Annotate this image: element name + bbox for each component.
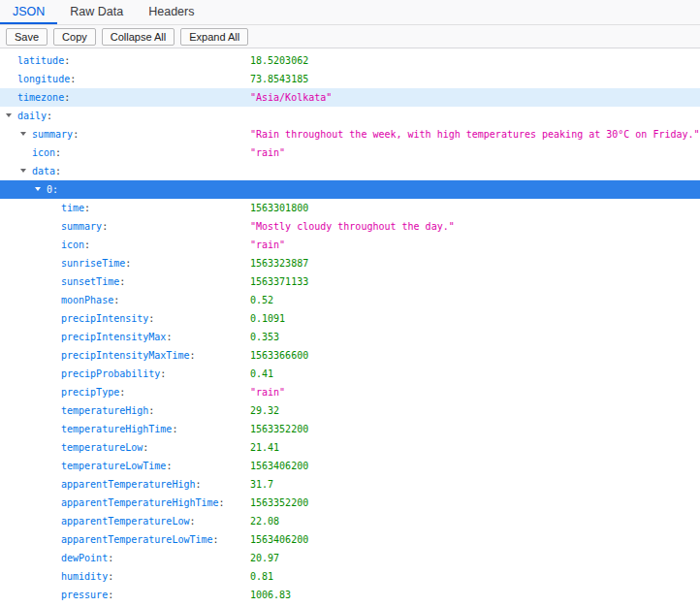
key-part: longitude: (0, 70, 250, 88)
key-part: temperatureHigh: (0, 401, 250, 420)
tree-row-temperaturelowtime[interactable]: temperatureLowTime:1563406200 (0, 457, 700, 475)
property-value: "Rain throughout the week, with high tem… (250, 125, 700, 144)
tree-row-precipintensitymaxtime[interactable]: precipIntensityMaxTime:1563366600 (0, 346, 700, 365)
property-value: "rain" (250, 144, 285, 162)
property-value: 0.1091 (250, 309, 285, 328)
property-name: precipIntensity (61, 313, 148, 324)
tree-row-temperaturelow[interactable]: temperatureLow:21.41 (0, 438, 700, 457)
tree-row-sunrisetime[interactable]: sunriseTime:1563323887 (0, 254, 700, 272)
tree-row-precipprobability[interactable]: precipProbability:0.41 (0, 365, 700, 383)
tree-row-icon[interactable]: icon:"rain" (0, 144, 700, 162)
tree-row-timezone[interactable]: timezone:"Asia/Kolkata" (0, 88, 700, 107)
property-value: 1563352200 (250, 420, 308, 438)
copy-button[interactable]: Copy (53, 28, 96, 46)
tree-row-latitude[interactable]: latitude:18.5203062 (0, 51, 700, 70)
property-name: apparentTemperatureHighTime (61, 497, 219, 508)
colon: : (113, 295, 119, 305)
tree-row-apparenttemperaturehigh[interactable]: apparentTemperatureHigh:31.7 (0, 475, 700, 494)
colon: : (119, 387, 125, 398)
tree-row-apparenttemperaturelowtime[interactable]: apparentTemperatureLowTime:1563406200 (0, 530, 700, 549)
tree-row-moonphase[interactable]: moonPhase:0.52 (0, 291, 700, 309)
key-part: apparentTemperatureHigh: (0, 475, 250, 494)
tree-row-temperaturehigh[interactable]: temperatureHigh:29.32 (0, 401, 700, 420)
property-name: timezone (17, 92, 64, 103)
tree-row-apparenttemperaturehightime[interactable]: apparentTemperatureHighTime:1563352200 (0, 494, 700, 512)
property-value: 0.41 (250, 365, 273, 383)
property-name: latitude (17, 55, 64, 66)
tree-row-longitude[interactable]: longitude:73.8543185 (0, 70, 700, 88)
property-value: 1563366600 (250, 346, 308, 365)
colon: : (55, 166, 61, 176)
colon: : (70, 74, 76, 84)
tree-row-precipintensitymax[interactable]: precipIntensityMax:0.353 (0, 328, 700, 346)
property-name: summary (61, 221, 102, 232)
twisty-expanded-icon[interactable] (20, 162, 32, 180)
twisty-expanded-icon[interactable] (6, 107, 17, 125)
property-value: 0.353 (250, 328, 279, 346)
tree-row-precipintensity[interactable]: precipIntensity:0.1091 (0, 309, 700, 328)
property-value: 21.41 (250, 438, 279, 457)
property-name: data (32, 166, 55, 176)
property-name: precipIntensityMaxTime (61, 350, 189, 361)
property-name: precipProbability (61, 368, 160, 379)
property-name: temperatureHigh (61, 405, 148, 416)
key-part: temperatureHighTime: (0, 420, 250, 438)
tree-row-icon[interactable]: icon:"rain" (0, 236, 700, 254)
key-part: precipType: (0, 383, 250, 401)
save-button[interactable]: Save (6, 28, 48, 46)
tree-row-humidity[interactable]: humidity:0.81 (0, 567, 700, 586)
tree-row-daily[interactable]: daily: (0, 107, 700, 125)
colon: : (143, 442, 148, 453)
tree-row-summary[interactable]: summary:"Mostly cloudy throughout the da… (0, 217, 700, 236)
property-name: precipIntensityMax (61, 332, 166, 342)
tree-row-data[interactable]: data: (0, 162, 700, 180)
tree-row-time[interactable]: time:1563301800 (0, 199, 700, 217)
tree-row-dewpoint[interactable]: dewPoint:20.97 (0, 549, 700, 567)
key-part: apparentTemperatureLow: (0, 512, 250, 530)
key-part: humidity: (0, 567, 250, 586)
expand-all-button[interactable]: Expand All (180, 28, 248, 46)
key-part: apparentTemperatureLowTime: (0, 530, 250, 549)
colon: : (108, 571, 113, 582)
property-value: 1563323887 (250, 254, 308, 272)
key-part: latitude: (0, 51, 250, 70)
tree-row-sunsettime[interactable]: sunsetTime:1563371133 (0, 272, 700, 291)
key-part: precipIntensity: (0, 309, 250, 328)
colon: : (125, 258, 131, 269)
key-part: dewPoint: (0, 549, 250, 567)
colon: : (172, 424, 177, 434)
colon: : (189, 350, 195, 361)
property-name: precipType (61, 387, 119, 398)
key-part: temperatureLowTime: (0, 457, 250, 475)
colon: : (195, 479, 201, 490)
json-viewer: JSONRaw DataHeaders SaveCopyCollapse All… (0, 0, 700, 607)
tree-row-0[interactable]: 0: (0, 180, 700, 199)
tree-row-summary[interactable]: summary:"Rain throughout the week, with … (0, 125, 700, 144)
tree-row-apparenttemperaturelow[interactable]: apparentTemperatureLow:22.08 (0, 512, 700, 530)
tab-raw-data[interactable]: Raw Data (57, 0, 136, 24)
property-name: icon (61, 240, 84, 250)
tab-json[interactable]: JSON (0, 0, 57, 24)
colon: : (213, 534, 219, 545)
tree-row-pressure[interactable]: pressure:1006.83 (0, 586, 700, 604)
property-name: daily (17, 111, 47, 121)
tree-row-preciptype[interactable]: precipType:"rain" (0, 383, 700, 401)
key-part: precipIntensityMax: (0, 328, 250, 346)
property-name: pressure (61, 590, 108, 600)
twisty-expanded-icon[interactable] (35, 180, 47, 199)
tree-row-temperaturehightime[interactable]: temperatureHighTime:1563352200 (0, 420, 700, 438)
property-value: 1563352200 (250, 494, 308, 512)
twisty-expanded-icon[interactable] (20, 125, 32, 144)
colon: : (64, 55, 70, 66)
property-name: icon (32, 147, 55, 158)
colon: : (84, 240, 90, 250)
property-name: dewPoint (61, 553, 108, 563)
property-value: 1563371133 (250, 272, 308, 291)
colon: : (189, 516, 195, 527)
key-part: moonPhase: (0, 291, 250, 309)
key-part: summary: (0, 217, 250, 236)
property-name: temperatureLowTime (61, 461, 166, 471)
property-name: summary (32, 129, 73, 140)
collapse-all-button[interactable]: Collapse All (102, 28, 175, 46)
tab-headers[interactable]: Headers (136, 0, 207, 24)
